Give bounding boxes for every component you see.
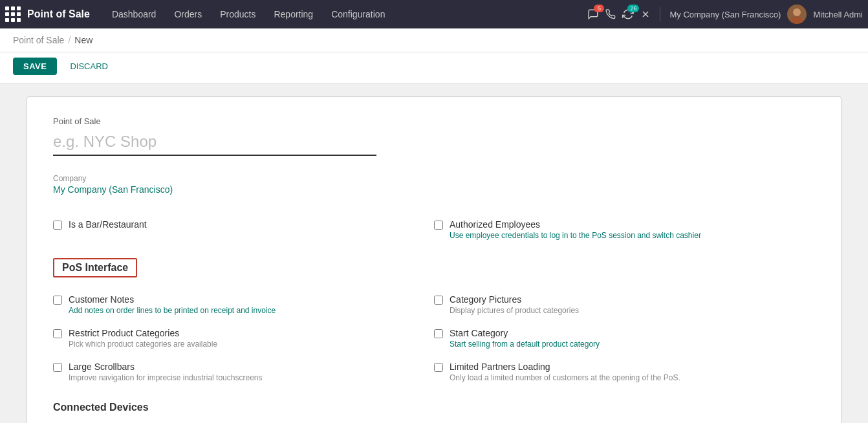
- close-icon[interactable]: [640, 9, 651, 19]
- company-value: My Company (San Francisco): [53, 184, 815, 195]
- large-scrollbars-label: Large Scrollbars: [69, 362, 262, 372]
- limited-partners-desc: Only load a limited number of customers …: [450, 373, 680, 382]
- chat-icon[interactable]: 5: [587, 8, 599, 20]
- topnav-right-area: 5 26 My Company (San Francisco) Mitchell…: [587, 5, 863, 24]
- authorized-employees-text: Authorized Employees Use employee creden…: [450, 219, 701, 240]
- large-scrollbars-desc: Improve navigation for imprecise industr…: [69, 373, 262, 382]
- company-label: Company: [53, 174, 815, 183]
- large-scrollbars-text: Large Scrollbars Improve navigation for …: [69, 362, 262, 382]
- restrict-categories-option: Restrict Product Categories Pick which p…: [53, 321, 434, 355]
- limited-partners-option: Limited Partners Loading Only load a lim…: [434, 355, 815, 389]
- username: Mitchell Admi: [813, 10, 863, 19]
- category-pictures-checkbox[interactable]: [434, 296, 443, 305]
- restrict-categories-text: Restrict Product Categories Pick which p…: [69, 328, 217, 349]
- category-pictures-text: Category Pictures Display pictures of pr…: [450, 294, 579, 315]
- category-pictures-label: Category Pictures: [450, 294, 579, 305]
- company-block: Company My Company (San Francisco): [53, 174, 815, 195]
- top-options-grid: Is a Bar/Restaurant Authorized Employees…: [53, 213, 815, 246]
- customer-notes-desc: Add notes on order lines to be printed o…: [69, 306, 276, 315]
- menu-dashboard[interactable]: Dashboard: [103, 0, 166, 28]
- bar-restaurant-label: Is a Bar/Restaurant: [69, 219, 147, 230]
- menu-reporting[interactable]: Reporting: [265, 0, 322, 28]
- direct-devices-option: Direct Devices: [434, 420, 815, 423]
- app-brand: Point of Sale: [27, 8, 90, 20]
- large-scrollbars-option: Large Scrollbars Improve navigation for …: [53, 355, 434, 389]
- start-category-checkbox[interactable]: [434, 329, 443, 338]
- chat-badge: 5: [594, 5, 604, 12]
- pos-interface-header: PoS Interface: [53, 258, 137, 277]
- authorized-employees-desc: Use employee credentials to log in to th…: [450, 231, 701, 240]
- connected-devices-header: Connected Devices: [53, 402, 815, 413]
- category-pictures-desc: Display pictures of product categories: [450, 306, 579, 315]
- start-category-label: Start Category: [450, 328, 600, 338]
- nav-divider: [660, 6, 660, 22]
- restrict-categories-desc: Pick which product categories are availa…: [69, 340, 217, 349]
- action-bar: SAVE DISCARD: [0, 52, 868, 83]
- apps-menu-icon[interactable]: [5, 6, 21, 22]
- authorized-employees-label: Authorized Employees: [450, 219, 701, 230]
- customer-notes-checkbox[interactable]: [53, 296, 62, 305]
- restrict-categories-checkbox[interactable]: [53, 329, 62, 338]
- start-category-text: Start Category Start selling from a defa…: [450, 328, 600, 349]
- customer-notes-label: Customer Notes: [69, 294, 276, 305]
- form-card: Point of Sale Company My Company (San Fr…: [27, 96, 841, 423]
- restrict-categories-label: Restrict Product Categories: [69, 328, 217, 338]
- customer-notes-text: Customer Notes Add notes on order lines …: [69, 294, 276, 315]
- limited-partners-text: Limited Partners Loading Only load a lim…: [450, 362, 680, 382]
- start-category-option: Start Category Start selling from a defa…: [434, 321, 815, 355]
- breadcrumb: Point of Sale / New: [0, 28, 868, 52]
- bar-restaurant-text: Is a Bar/Restaurant: [69, 219, 147, 230]
- bar-restaurant-option: Is a Bar/Restaurant: [53, 213, 434, 246]
- svg-point-3: [790, 17, 803, 24]
- authorized-employees-checkbox[interactable]: [434, 221, 443, 230]
- customer-notes-option: Customer Notes Add notes on order lines …: [53, 288, 434, 321]
- svg-point-2: [793, 8, 801, 16]
- company-name: My Company (San Francisco): [669, 10, 781, 19]
- refresh-icon[interactable]: 26: [622, 8, 634, 20]
- limited-partners-checkbox[interactable]: [434, 363, 443, 372]
- iot-box-option: IoT Box: [53, 420, 434, 423]
- content-area: Point of Sale Company My Company (San Fr…: [14, 83, 854, 423]
- phone-icon[interactable]: [605, 9, 616, 19]
- main-menu: Dashboard Orders Products Reporting Conf…: [103, 0, 588, 28]
- large-scrollbars-checkbox[interactable]: [53, 363, 62, 372]
- pos-interface-grid: Customer Notes Add notes on order lines …: [53, 288, 815, 389]
- user-avatar[interactable]: [787, 5, 807, 24]
- breadcrumb-separator: /: [68, 35, 71, 45]
- connected-devices-grid: IoT Box Direct Devices: [53, 420, 815, 423]
- bar-restaurant-checkbox[interactable]: [53, 221, 62, 230]
- top-navigation: Point of Sale Dashboard Orders Products …: [0, 0, 868, 28]
- category-pictures-option: Category Pictures Display pictures of pr…: [434, 288, 815, 321]
- menu-orders[interactable]: Orders: [165, 0, 211, 28]
- menu-products[interactable]: Products: [211, 0, 265, 28]
- breadcrumb-current: New: [74, 35, 92, 45]
- pos-name-input[interactable]: [53, 130, 376, 156]
- save-button[interactable]: SAVE: [13, 58, 57, 75]
- discard-button[interactable]: DISCARD: [62, 58, 116, 75]
- updates-badge: 26: [627, 5, 639, 12]
- breadcrumb-parent[interactable]: Point of Sale: [13, 35, 64, 45]
- authorized-employees-option: Authorized Employees Use employee creden…: [434, 213, 815, 246]
- limited-partners-label: Limited Partners Loading: [450, 362, 680, 372]
- start-category-desc: Start selling from a default product cat…: [450, 340, 600, 349]
- form-section-title: Point of Sale: [53, 116, 815, 126]
- menu-configuration[interactable]: Configuration: [322, 0, 394, 28]
